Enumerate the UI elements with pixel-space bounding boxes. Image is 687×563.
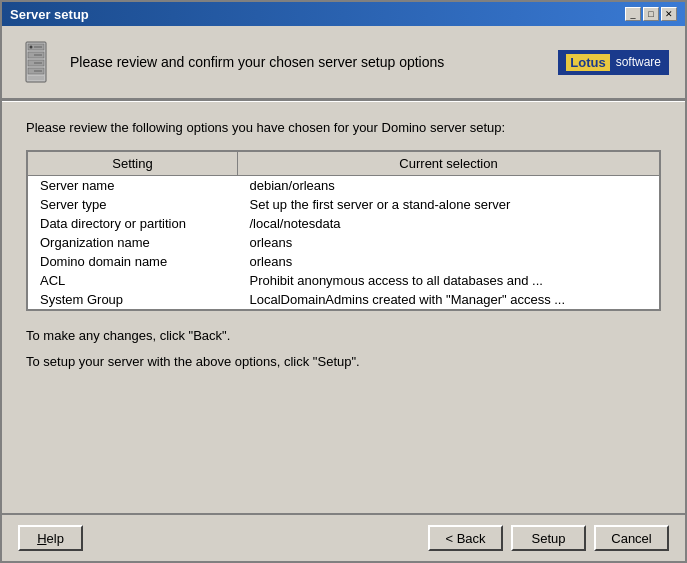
instruction-setup: To setup your server with the above opti…: [26, 349, 661, 375]
close-button[interactable]: ✕: [661, 7, 677, 21]
settings-table-wrapper: Setting Current selection Server namedeb…: [26, 150, 661, 311]
table-row: System GroupLocalDomainAdmins created wi…: [28, 290, 660, 310]
setting-cell: Server name: [28, 175, 238, 195]
value-cell: orleans: [238, 252, 660, 271]
title-bar: Server setup _ □ ✕: [2, 2, 685, 26]
window-body: Please review and confirm your chosen se…: [2, 26, 685, 561]
setting-cell: Data directory or partition: [28, 214, 238, 233]
content-area: Please review the following options you …: [2, 102, 685, 513]
setting-cell: Domino domain name: [28, 252, 238, 271]
value-cell: debian/orleans: [238, 175, 660, 195]
maximize-button[interactable]: □: [643, 7, 659, 21]
col-value-header: Current selection: [238, 151, 660, 175]
value-cell: Set up the first server or a stand-alone…: [238, 195, 660, 214]
cancel-button[interactable]: Cancel: [594, 525, 669, 551]
table-row: Domino domain nameorleans: [28, 252, 660, 271]
table-row: ACLProhibit anonymous access to all data…: [28, 271, 660, 290]
svg-rect-10: [28, 76, 44, 80]
minimize-button[interactable]: _: [625, 7, 641, 21]
intro-text: Please review the following options you …: [26, 118, 661, 138]
table-row: Data directory or partition/local/notesd…: [28, 214, 660, 233]
setting-cell: ACL: [28, 271, 238, 290]
help-button[interactable]: Help: [18, 525, 83, 551]
header-text: Please review and confirm your chosen se…: [70, 54, 542, 70]
svg-point-2: [30, 46, 33, 49]
value-cell: orleans: [238, 233, 660, 252]
col-setting-header: Setting: [28, 151, 238, 175]
lotus-brand-label: Lotus: [566, 54, 609, 71]
main-window: Server setup _ □ ✕: [0, 0, 687, 563]
footer-right-buttons: < Back Setup Cancel: [428, 525, 669, 551]
setting-cell: Server type: [28, 195, 238, 214]
table-row: Server namedebian/orleans: [28, 175, 660, 195]
value-cell: /local/notesdata: [238, 214, 660, 233]
table-row: Organization nameorleans: [28, 233, 660, 252]
svg-rect-3: [34, 46, 42, 48]
setup-button[interactable]: Setup: [511, 525, 586, 551]
instructions: To make any changes, click "Back". To se…: [26, 323, 661, 375]
setting-cell: Organization name: [28, 233, 238, 252]
instruction-back: To make any changes, click "Back".: [26, 323, 661, 349]
window-title: Server setup: [10, 7, 89, 22]
svg-rect-9: [34, 70, 42, 72]
software-label: software: [616, 55, 661, 69]
lotus-logo: Lotus software: [558, 50, 669, 75]
value-cell: Prohibit anonymous access to all databas…: [238, 271, 660, 290]
server-icon: [18, 38, 54, 86]
header-section: Please review and confirm your chosen se…: [2, 26, 685, 100]
back-button[interactable]: < Back: [428, 525, 503, 551]
footer: Help < Back Setup Cancel: [2, 513, 685, 561]
value-cell: LocalDomainAdmins created with "Manager"…: [238, 290, 660, 310]
title-bar-buttons: _ □ ✕: [625, 7, 677, 21]
svg-rect-5: [34, 54, 42, 56]
svg-rect-7: [34, 62, 42, 64]
settings-table: Setting Current selection Server namedeb…: [27, 151, 660, 310]
setting-cell: System Group: [28, 290, 238, 310]
table-row: Server typeSet up the first server or a …: [28, 195, 660, 214]
